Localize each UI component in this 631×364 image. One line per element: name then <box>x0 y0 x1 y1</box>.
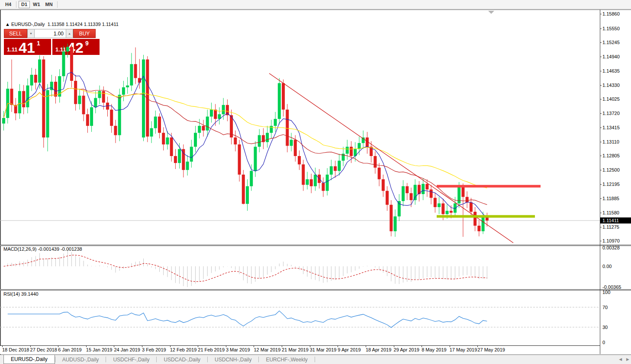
date-axis-label: 31 Mar 2019 <box>310 347 337 352</box>
date-axis-label: 21 Mar 2019 <box>282 347 309 352</box>
price-axis-tick <box>600 213 602 213</box>
price-axis-label: 1.12195 <box>602 182 620 187</box>
date-axis-label: 9 Apr 2019 <box>338 347 361 352</box>
date-axis-tick <box>170 346 171 347</box>
price-axis-label: 1.14635 <box>602 68 620 73</box>
date-axis-tick <box>310 346 310 347</box>
price-axis-tick <box>600 71 602 71</box>
toolbar-separator <box>16 1 16 8</box>
price-axis-label: 1.14940 <box>602 54 620 59</box>
price-axis-tick <box>600 29 602 29</box>
date-axis-tick <box>394 346 394 347</box>
tab-eurusd-daily[interactable]: EURUSD-,Daily <box>3 355 55 364</box>
rsi-axis-label: 100 <box>602 290 610 295</box>
tab-usdcad-daily[interactable]: USDCAD-,Daily <box>157 355 207 364</box>
tab-scroll-right-icon[interactable]: ▶ <box>626 357 629 361</box>
date-axis-tick <box>477 346 478 347</box>
price-axis-label: 1.14025 <box>602 96 620 102</box>
tab-usdcnh-daily[interactable]: USDCNH-,Daily <box>208 355 258 364</box>
price-axis-tick <box>600 57 602 57</box>
price-axis-label: 1.10970 <box>602 238 620 243</box>
macd-axis-label: -0.00365 <box>602 284 621 290</box>
date-axis-tick <box>142 346 142 347</box>
date-axis-label: 24 Jan 2019 <box>114 347 140 352</box>
date-axis-tick <box>366 346 366 347</box>
tab-scroll-left-icon[interactable]: ◀ <box>619 357 622 361</box>
timeframe-button-d1[interactable]: D1 <box>19 1 30 8</box>
current-price-tag: 1.11411 <box>600 217 631 224</box>
timeframe-button-mn[interactable]: MN <box>43 1 55 8</box>
date-axis-tick <box>226 346 226 347</box>
price-axis-tick <box>600 113 602 114</box>
date-axis-label: 17 May 2019 <box>450 347 477 352</box>
tab-eurchf-weekly[interactable]: EURCHF-,Weekly <box>259 355 314 364</box>
symbol-tab-bar: EURUSD-,DailyAUDUSD-,DailyUSDCHF-,DailyU… <box>0 354 631 364</box>
rsi-chart-canvas[interactable] <box>0 290 600 345</box>
tab-audusd-daily[interactable]: AUDUSD-,Daily <box>55 355 106 364</box>
price-axis-label: 1.11885 <box>602 196 619 201</box>
date-axis-tick <box>198 346 198 347</box>
rsi-axis-label: 70 <box>602 305 608 310</box>
main-chart-canvas[interactable] <box>0 12 600 245</box>
timeframe-button-h4[interactable]: H4 <box>3 1 14 8</box>
toolbar-separator <box>57 1 58 8</box>
date-axis-label: 27 May 2019 <box>477 347 505 352</box>
date-axis-tick <box>30 346 31 347</box>
price-axis-tick <box>600 156 602 156</box>
macd-axis-label: 0.00 <box>602 264 612 269</box>
timeframe-toolbar: H4D1W1MN <box>0 0 631 9</box>
date-axis-tick <box>2 346 3 347</box>
date-axis-tick <box>282 346 282 347</box>
price-axis-label: 1.14330 <box>602 83 620 88</box>
date-axis-tick <box>58 346 58 347</box>
price-axis-label: 1.11580 <box>602 210 619 215</box>
price-axis-tick <box>600 184 602 185</box>
date-axis-tick <box>450 346 450 347</box>
date-axis-label: 29 Apr 2019 <box>394 347 419 352</box>
price-axis-tick <box>600 227 602 227</box>
price-axis-label: 1.13110 <box>602 139 619 144</box>
price-axis-tick <box>600 128 602 128</box>
date-axis-label: 8 May 2019 <box>422 347 446 352</box>
price-axis-tick <box>600 99 602 99</box>
price-axis-label: 1.12805 <box>602 153 620 158</box>
price-axis-tick <box>600 142 602 142</box>
date-axis-label: 15 Jan 2019 <box>86 347 113 352</box>
date-axis-label: 18 Dec 2018 <box>2 347 29 352</box>
rsi-axis-label: 0 <box>602 340 605 345</box>
date-axis: 18 Dec 201827 Dec 20186 Jan 201915 Jan 2… <box>0 345 600 354</box>
price-axis-tick <box>600 14 602 14</box>
price-axis-divider <box>600 10 600 354</box>
price-axis-label: 1.13720 <box>602 111 620 116</box>
date-axis-label: 3 Mar 2019 <box>226 347 250 352</box>
price-axis-label: 1.11275 <box>602 224 619 230</box>
price-axis-label: 1.15550 <box>602 26 620 31</box>
price-axis-tick <box>600 198 602 199</box>
date-axis-tick <box>254 346 254 347</box>
date-axis-label: 12 Feb 2019 <box>170 347 197 352</box>
price-axis-tick <box>600 170 602 170</box>
tab-usdchf-daily[interactable]: USDCHF-,Daily <box>106 355 156 364</box>
price-axis-label: 1.13415 <box>602 125 620 130</box>
timeframe-button-w1[interactable]: W1 <box>31 1 42 8</box>
date-axis-label: 21 Feb 2019 <box>198 347 225 352</box>
date-axis-tick <box>422 346 422 347</box>
date-axis-label: 18 Apr 2019 <box>366 347 391 352</box>
date-axis-label: 3 Feb 2019 <box>142 347 166 352</box>
price-axis-label: 1.15245 <box>602 40 620 45</box>
macd-chart-canvas[interactable] <box>0 246 600 289</box>
price-axis-label: 1.12500 <box>602 167 620 172</box>
date-axis-label: 27 Dec 2018 <box>30 347 57 352</box>
price-axis-tick <box>600 241 602 241</box>
tab-separator <box>315 357 315 362</box>
date-axis-tick <box>86 346 87 347</box>
date-axis-tick <box>114 346 114 347</box>
date-axis-label: 12 Mar 2019 <box>254 347 280 352</box>
price-axis-tick <box>600 85 602 86</box>
date-axis-tick <box>338 346 338 347</box>
tab-scrollers: ◀ ▶ <box>619 357 629 361</box>
price-axis-tick <box>600 42 602 43</box>
price-axis-label: 1.15860 <box>602 11 620 16</box>
date-axis-label: 6 Jan 2019 <box>58 347 81 352</box>
rsi-axis-label: 30 <box>602 325 608 330</box>
